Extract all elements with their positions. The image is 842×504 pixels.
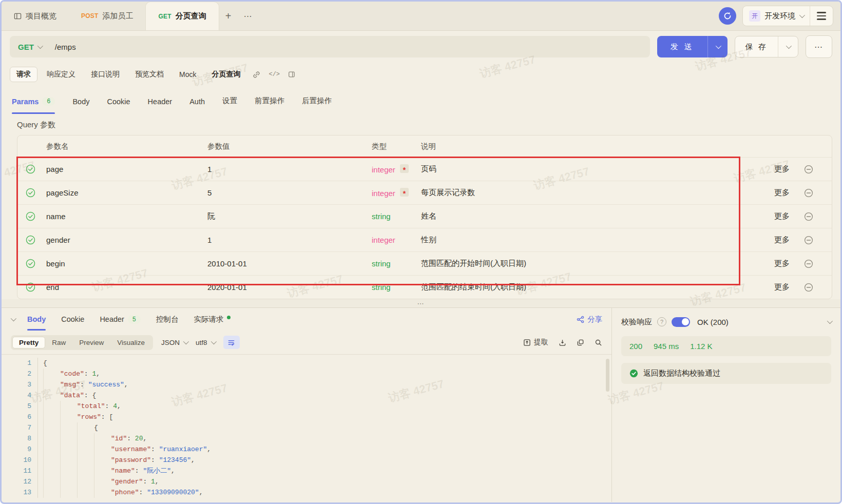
param-name[interactable]: begin [46,259,207,268]
param-tab-params[interactable]: Params6 [12,97,55,114]
token: { [43,359,47,367]
param-tab-后置操作[interactable]: 后置操作 [302,96,332,114]
param-description[interactable]: 每页展示记录数 [421,188,774,198]
remove-param-icon[interactable] [804,236,824,245]
param-name[interactable]: end [46,283,207,292]
param-value[interactable]: 1 [207,236,372,244]
request-tab[interactable]: 项目概览 [2,2,69,30]
validation-toggle[interactable] [672,317,690,327]
layout-panel-icon[interactable] [288,71,295,78]
code-icon[interactable]: </> [269,71,280,78]
method-badge: GET [158,13,171,20]
token: "阮小二" [143,467,171,475]
param-value[interactable]: 2020-01-01 [207,283,372,292]
param-description[interactable]: 页码 [421,164,774,174]
doc-tab-4[interactable]: 预览文档 [129,67,170,82]
param-value[interactable]: 2010-01-01 [207,259,372,268]
collapse-response-icon[interactable] [11,317,15,321]
sync-button[interactable] [719,7,736,25]
save-response-icon[interactable] [559,339,566,346]
save-button[interactable]: 保 存 [735,36,798,57]
environment-selector[interactable]: 开 开发环境 [743,10,810,22]
remove-param-icon[interactable] [804,188,824,198]
section-resize-handle[interactable]: ⋯ [2,299,840,308]
param-description[interactable]: 范围匹配的开始时间(入职日期) [421,259,774,268]
param-tab-设置[interactable]: 设置 [222,96,237,114]
doc-tab-2[interactable]: 响应定义 [41,67,82,82]
request-tab[interactable]: POST添加员工 [69,2,145,30]
more-button[interactable]: 更多 [774,211,804,221]
format-selector[interactable]: JSON [161,339,187,346]
param-tab-body[interactable]: Body [72,98,89,114]
param-name[interactable]: pageSize [46,188,207,197]
param-value[interactable]: 阮 [207,211,372,221]
word-wrap-button[interactable] [223,336,240,349]
new-tab-button[interactable]: + [219,2,238,30]
enabled-check-icon[interactable] [26,282,46,292]
tab-overflow-button[interactable]: ⋯ [237,2,259,30]
enabled-check-icon[interactable] [26,235,46,245]
send-options-button[interactable] [707,36,728,57]
param-tab-label: Params [12,98,39,106]
request-tab[interactable]: GET分页查询 [145,2,219,30]
param-name[interactable]: page [46,165,207,173]
response-tab-cookie[interactable]: Cookie [61,308,84,331]
param-description[interactable]: 姓名 [421,211,774,221]
remove-param-icon[interactable] [804,259,824,268]
enabled-check-icon[interactable] [26,211,46,221]
view-mode-visualize[interactable]: Visualize [110,337,151,348]
response-body-code[interactable]: 1{2"code": 1,3"msg": "success",4"data": … [2,354,611,502]
enabled-check-icon[interactable] [26,259,46,268]
token: , [199,489,203,496]
param-tab-cookie[interactable]: Cookie [107,98,130,114]
response-tab-body[interactable]: Body [27,308,46,331]
more-button[interactable]: 更多 [774,259,804,268]
response-tab-header[interactable]: Header5 [100,308,141,331]
view-mode-pretty[interactable]: Pretty [12,337,45,348]
more-button[interactable]: 更多 [774,282,804,292]
param-name[interactable]: gender [46,236,207,244]
doc-tab-6[interactable]: 分页查询 [205,67,246,82]
more-button[interactable]: 更多 [774,188,804,198]
view-mode-preview[interactable]: Preview [72,337,110,348]
encoding-selector[interactable]: utf8 [196,339,215,346]
param-description[interactable]: 性别 [421,235,774,245]
param-tab-header[interactable]: Header [148,98,173,114]
response-tab-控制台[interactable]: 控制台 [156,308,179,331]
doc-tab-1[interactable]: 请求 [10,67,37,82]
token: "rows" [77,413,101,421]
param-name[interactable]: name [46,212,207,221]
remove-param-icon[interactable] [804,283,824,292]
more-button[interactable]: 更多 [774,164,804,174]
enabled-check-icon[interactable] [26,164,46,174]
method-selector[interactable]: GET [10,43,50,51]
remove-param-icon[interactable] [804,165,824,174]
menu-button[interactable] [810,6,833,26]
token: : [135,467,143,475]
param-tab-auth[interactable]: Auth [189,98,205,114]
remove-param-icon[interactable] [804,212,824,221]
save-options-button[interactable] [778,36,798,57]
search-icon[interactable] [595,339,602,346]
response-tab-实际请求[interactable]: 实际请求 [194,308,231,331]
more-button[interactable]: 更多 [774,235,804,245]
link-icon[interactable] [253,71,260,79]
request-more-button[interactable]: ⋯ [806,35,832,58]
send-button[interactable]: 发 送 [657,36,728,57]
param-description[interactable]: 范围匹配的结束时间(入职日期) [421,282,774,292]
doc-tab-5[interactable]: Mock [173,68,202,81]
view-mode-raw[interactable]: Raw [45,337,72,348]
param-tab-前置操作[interactable]: 前置操作 [255,96,284,114]
scrollbar-thumb[interactable] [606,359,609,392]
help-icon[interactable]: ? [657,317,666,326]
doc-tab-3[interactable]: 接口说明 [85,67,126,82]
chevron-down-icon[interactable] [827,318,833,324]
param-value[interactable]: 1 [207,165,372,173]
param-value[interactable]: 5 [207,188,372,197]
share-button[interactable]: 分享 [577,315,602,324]
copy-icon[interactable] [577,339,584,346]
url-input[interactable]: /emps [50,43,76,51]
enabled-check-icon[interactable] [26,188,46,198]
extract-button[interactable]: 提取 [523,338,548,347]
code-line: 1{ [2,358,611,369]
